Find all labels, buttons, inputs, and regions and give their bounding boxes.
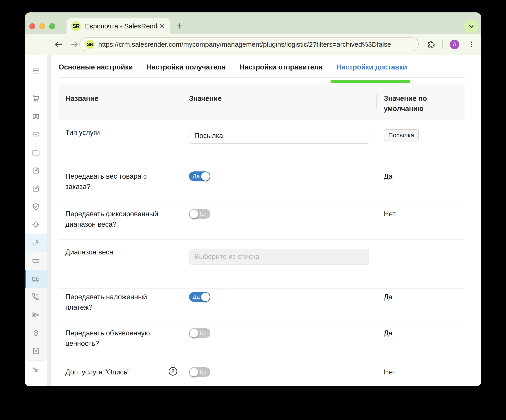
help-icon[interactable]: ? [169,367,177,376]
toggle-knob [201,293,210,301]
sidebar-item-addresses[interactable] [25,324,47,342]
fixed-weight-range-toggle[interactable]: Нет [189,209,210,219]
store-24-icon: 24 [32,112,40,121]
sidebar-item-files[interactable] [25,143,47,161]
toolbar-separator [442,40,443,49]
edit-square-icon [32,184,40,193]
sip-phone-icon: SIP [32,293,40,301]
map-pin-icon [32,329,40,337]
tab-sender-settings[interactable]: Настройки отправителя [240,62,323,77]
default-value: Нет [384,209,465,219]
toggle-knob [190,329,198,337]
sensors-icon [32,366,40,374]
browser-tab-strip: SR Европочта - SalesRender [25,12,481,34]
setting-label: Диапазон веса [65,247,171,257]
toggle-state-label: Нет [197,209,207,219]
table-row-weight-range: Диапазон веса [59,239,465,288]
default-value: Да [384,328,465,338]
browser-tab-title: Европочта - SalesRender [85,22,158,30]
paper-plane-icon [32,311,40,319]
header-name: Название [59,83,182,120]
toggle-state-label: Да [193,292,200,302]
sidebar-nav: 24 [25,55,47,387]
settings-tabs: Основные настройки Настройки получателя … [59,62,465,78]
zoom-window-button[interactable] [49,23,55,29]
sidebar-item-orders[interactable] [25,89,47,107]
sidebar-item-coupons[interactable] [25,125,47,143]
table-row-service-type: Тип услуги Посылка [59,120,465,166]
target-icon [32,220,40,229]
ticket-star-icon [32,130,40,139]
tab-delivery-settings[interactable]: Настройки доставки [336,62,407,77]
sidebar-item-api[interactable] [25,342,47,360]
browser-menu-icon[interactable] [466,39,476,50]
sidebar-item-lead-forms[interactable] [25,161,47,180]
setting-label: Передавать фиксированный диапазон веса? [65,209,171,230]
edit-square-icon [32,166,40,175]
sidebar-item-modules[interactable] [25,234,47,252]
toggle-state-label: Нет [197,367,207,377]
tab-recipient-settings[interactable]: Настройки получателя [146,62,226,77]
inventory-service-toggle[interactable]: Нет [189,367,210,377]
truck-icon [32,274,40,283]
back-button[interactable] [53,39,63,50]
tab-main-settings[interactable]: Основные настройки [59,62,133,77]
declared-value-toggle[interactable]: Нет [189,328,210,338]
profile-avatar[interactable]: A [450,40,459,49]
menu-open-icon [32,66,40,75]
weight-range-select[interactable] [189,249,369,265]
setting-label: Доп. услуга "Опись" [65,367,171,377]
default-value: Да [384,292,465,302]
tab-search-button[interactable] [465,20,477,33]
setting-label: Передавать вес товара с заказа? [65,171,171,192]
toggle-knob [190,210,198,218]
window-controls [29,23,55,29]
close-window-button[interactable] [29,23,35,29]
browser-tab[interactable]: SR Европочта - SalesRender [67,18,170,34]
url-bar[interactable]: SR https://crm.salesrender.com/mycompany… [79,37,419,51]
svg-text:24: 24 [35,115,37,117]
app-content: 24 [25,55,481,387]
folder-icon [32,148,40,157]
sidebar-item-targets[interactable] [25,216,47,234]
svg-text:SIP: SIP [36,294,39,296]
extensions-icon[interactable] [426,39,436,50]
toggle-knob [190,368,198,376]
sidebar-item-collapse[interactable] [25,63,47,79]
default-value-chip: Посылка [384,129,419,141]
table-row-declared-value: Передавать объявленную ценность? Нет Да [59,323,465,360]
sidebar-scroll-gutter[interactable] [47,55,51,387]
toggle-state-label: Да [193,171,200,181]
header-separator [182,94,182,109]
default-value: Нет [384,367,465,377]
minimize-window-button[interactable] [39,23,45,29]
sidebar-item-security[interactable] [25,198,47,216]
header-value: Значение [182,83,376,120]
setting-label: Тип услуги [65,127,171,138]
sidebar-item-integrations[interactable] [25,361,47,379]
salesrender-favicon: SR [71,21,81,31]
browser-window: SR Европочта - SalesRender [25,12,481,387]
table-row-pass-weight: Передавать вес товара с заказа? Да Да [59,166,465,203]
close-tab-icon[interactable] [158,22,166,30]
plugin-settings-panel: Основные настройки Настройки получателя … [51,55,481,387]
cod-toggle[interactable]: Да [189,292,210,302]
header-default: Значение по умолчанию [376,83,465,120]
pass-weight-toggle[interactable]: Да [189,171,210,181]
setting-label: Передавать наложенный платеж? [65,292,171,313]
screen: SR Европочта - SalesRender [0,0,506,420]
toggle-knob [201,172,210,181]
sidebar-item-telephony[interactable]: SIP [25,288,47,306]
sidebar-item-store[interactable]: 24 [25,107,47,125]
sidebar-item-order-forms[interactable] [25,180,47,198]
new-tab-button[interactable] [174,21,184,31]
service-type-input[interactable] [189,128,369,144]
sidebar-item-messengers[interactable] [25,306,47,324]
clipboard-code-icon [32,347,40,355]
table-row-cod: Передавать наложенный платеж? Да Да [59,288,465,323]
sidebar-item-logistics[interactable] [25,270,47,288]
forward-button[interactable] [69,39,80,50]
shield-check-icon [32,202,40,211]
sidebar-item-payments[interactable] [25,252,47,270]
setting-label: Передавать объявленную ценность? [65,328,171,349]
